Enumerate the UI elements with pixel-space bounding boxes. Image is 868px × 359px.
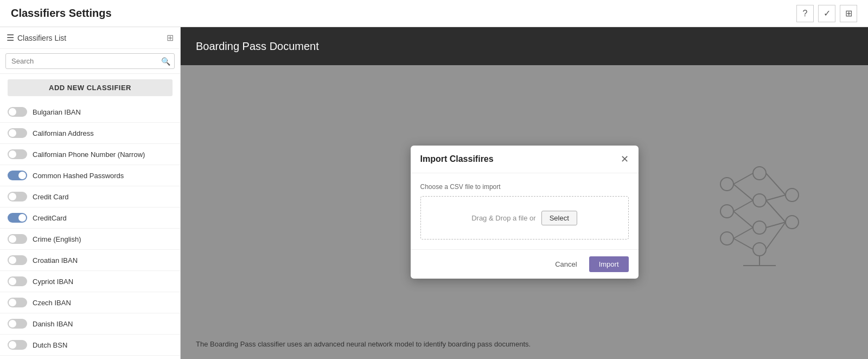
toggle-track[interactable]: [8, 107, 27, 117]
toggle-track[interactable]: [8, 213, 27, 223]
classifier-name: Danish IBAN: [33, 320, 73, 328]
classifier-list: Bulgarian IBANCalifornian AddressCalifor…: [0, 102, 180, 359]
help-button[interactable]: ?: [796, 5, 814, 22]
drop-text: Drag & Drop a file or: [471, 214, 536, 222]
classifier-name: Crime (English): [33, 235, 81, 243]
toggle-thumb: [9, 320, 16, 327]
modal-footer: Cancel Import: [411, 249, 639, 279]
main-header: Boarding Pass Document: [181, 27, 868, 65]
toggle-thumb: [9, 108, 16, 116]
sidebar-header: ☰ Classifiers List ⊞: [0, 27, 180, 49]
toggle-switch[interactable]: [8, 128, 27, 138]
toggle-track[interactable]: [8, 319, 27, 329]
toggle-switch[interactable]: [8, 107, 27, 117]
classifier-name: Bulgarian IBAN: [33, 108, 81, 116]
classifier-name: Cypriot IBAN: [33, 278, 73, 286]
classifier-item[interactable]: Californian Address: [0, 123, 180, 144]
grid-button[interactable]: ⊞: [840, 5, 857, 22]
classifier-item[interactable]: CreditCard: [0, 207, 180, 229]
main-title: Boarding Pass Document: [196, 40, 319, 53]
toggle-switch[interactable]: [8, 298, 27, 307]
import-modal: Import Classifires ✕ Choose a CSV file t…: [411, 146, 639, 279]
import-button[interactable]: Import: [589, 256, 629, 272]
app-header: Classifiers Settings ? ✓ ⊞: [0, 0, 868, 27]
toggle-switch[interactable]: [8, 213, 27, 223]
toggle-thumb: [9, 278, 16, 285]
toggle-thumb: [9, 193, 16, 200]
add-classifier-button[interactable]: ADD NEW CLASSIFIER: [8, 79, 173, 96]
toggle-thumb: [9, 256, 16, 264]
classifier-name: Dutch BSN: [33, 341, 67, 349]
classifier-name: CreditCard: [33, 214, 67, 222]
classifier-item[interactable]: Crime (English): [0, 229, 180, 250]
classifier-name: Czech IBAN: [33, 299, 71, 307]
toggle-track[interactable]: [8, 276, 27, 286]
toggle-switch[interactable]: [8, 319, 27, 329]
toggle-thumb: [18, 214, 26, 222]
toggle-track[interactable]: [8, 234, 27, 244]
toggle-track[interactable]: [8, 298, 27, 307]
toggle-track[interactable]: [8, 149, 27, 159]
main-content: Boarding Pass Document: [181, 27, 868, 359]
modal-label: Choose a CSV file to import: [420, 183, 629, 191]
classifiers-icon: ☰: [7, 33, 14, 43]
modal-header: Import Classifires ✕: [411, 146, 639, 173]
classifier-item[interactable]: Californian Phone Number (Narrow): [0, 144, 180, 165]
toggle-track[interactable]: [8, 171, 27, 180]
classifier-item[interactable]: Dutch BSN: [0, 335, 180, 356]
toggle-thumb: [9, 150, 16, 158]
toggle-switch[interactable]: [8, 234, 27, 244]
toggle-switch[interactable]: [8, 276, 27, 286]
modal-title: Import Classifires: [420, 154, 494, 164]
sidebar: ☰ Classifiers List ⊞ 🔍 ADD NEW CLASSIFIE…: [0, 27, 181, 359]
app-title: Classifiers Settings: [11, 7, 112, 20]
classifier-name: Californian Phone Number (Narrow): [33, 150, 145, 159]
classifier-item[interactable]: Danish IBAN: [0, 313, 180, 335]
modal-overlay: Import Classifires ✕ Choose a CSV file t…: [181, 65, 868, 359]
sidebar-search-container: 🔍: [0, 49, 180, 74]
sidebar-grid-icon[interactable]: ⊞: [167, 33, 174, 43]
toggle-switch[interactable]: [8, 255, 27, 265]
classifier-item[interactable]: Credit Card: [0, 186, 180, 207]
toggle-thumb: [9, 235, 16, 243]
classifier-name: Credit Card: [33, 193, 68, 201]
classifier-name: Common Hashed Passwords: [33, 172, 124, 180]
check-button[interactable]: ✓: [818, 5, 835, 22]
toggle-thumb: [9, 129, 16, 137]
classifier-item[interactable]: Cypriot IBAN: [0, 271, 180, 292]
drop-zone[interactable]: Drag & Drop a file or Select: [420, 196, 629, 240]
toggle-thumb: [18, 172, 26, 179]
modal-close-button[interactable]: ✕: [621, 153, 629, 165]
sidebar-title: Classifiers List: [17, 34, 66, 42]
toggle-thumb: [9, 299, 16, 306]
toggle-switch[interactable]: [8, 192, 27, 201]
toggle-track[interactable]: [8, 255, 27, 265]
toggle-thumb: [9, 341, 16, 349]
main-layout: ☰ Classifiers List ⊞ 🔍 ADD NEW CLASSIFIE…: [0, 27, 868, 359]
classifier-item[interactable]: Croatian IBAN: [0, 250, 180, 271]
toggle-switch[interactable]: [8, 171, 27, 180]
classifier-item[interactable]: Dutch IBAN: [0, 356, 180, 359]
toggle-track[interactable]: [8, 340, 27, 350]
main-body: The Boarding Pass classifier uses an adv…: [181, 65, 868, 359]
sidebar-header-title: ☰ Classifiers List: [7, 33, 66, 43]
toggle-track[interactable]: [8, 128, 27, 138]
toggle-track[interactable]: [8, 192, 27, 201]
classifier-name: Croatian IBAN: [33, 256, 78, 264]
classifier-item[interactable]: Bulgarian IBAN: [0, 102, 180, 123]
modal-body: Choose a CSV file to import Drag & Drop …: [411, 173, 639, 249]
select-button[interactable]: Select: [541, 211, 577, 225]
classifier-name: Californian Address: [33, 129, 94, 137]
toggle-switch[interactable]: [8, 340, 27, 350]
cancel-button[interactable]: Cancel: [548, 256, 583, 272]
classifier-item[interactable]: Common Hashed Passwords: [0, 165, 180, 186]
classifier-item[interactable]: Czech IBAN: [0, 292, 180, 313]
search-icon: 🔍: [161, 57, 170, 66]
search-input[interactable]: [5, 53, 175, 69]
toggle-switch[interactable]: [8, 149, 27, 159]
header-icons: ? ✓ ⊞: [796, 5, 857, 22]
